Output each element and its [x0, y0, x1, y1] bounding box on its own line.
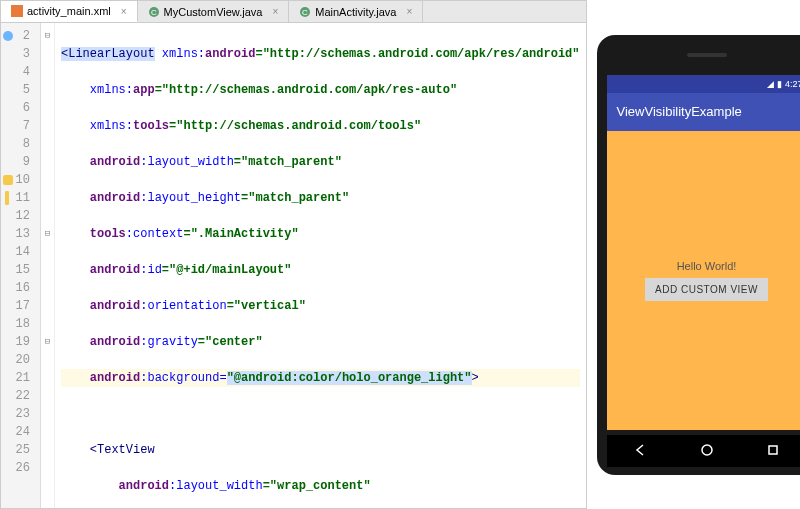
svg-text:C: C [151, 8, 157, 17]
warning-bar-icon [5, 191, 9, 205]
status-bar: ◢ ▮ 4:27 [607, 75, 800, 93]
app-content: Hello World! ADD CUSTOM VIEW [607, 131, 800, 430]
phone-screen[interactable]: ◢ ▮ 4:27 ViewVisibilityExample Hello Wor… [607, 75, 800, 430]
phone-speaker [687, 53, 727, 57]
tab-label: MyCustomView.java [164, 6, 263, 18]
fold-toggle-icon[interactable]: ⊟ [41, 333, 54, 351]
emulator-pane: ◢ ▮ 4:27 ViewVisibilityExample Hello Wor… [587, 0, 800, 509]
editor-tabs: activity_main.xml × C MyCustomView.java … [1, 1, 586, 23]
fold-toggle-icon[interactable]: ⊟ [41, 225, 54, 243]
fold-column: ⊟ ⊟ ⊟ [41, 23, 55, 508]
tab-activity-main[interactable]: activity_main.xml × [1, 1, 138, 22]
fold-toggle-icon[interactable]: ⊟ [41, 27, 54, 45]
app-title: ViewVisibilityExample [617, 104, 742, 119]
nav-bar [607, 435, 800, 467]
svg-rect-0 [11, 5, 23, 17]
hello-text: Hello World! [677, 260, 737, 272]
signal-icon: ◢ [767, 79, 774, 89]
app-bar: ViewVisibilityExample [607, 93, 800, 131]
tab-label: activity_main.xml [27, 5, 111, 17]
home-icon[interactable] [700, 443, 714, 459]
phone-frame: ◢ ▮ 4:27 ViewVisibilityExample Hello Wor… [597, 35, 800, 475]
tab-mycustomview[interactable]: C MyCustomView.java × [138, 1, 290, 22]
code-content[interactable]: <LinearLayout xmlns:android="http://sche… [55, 23, 586, 508]
close-icon[interactable]: × [121, 6, 127, 17]
xml-element-icon [3, 31, 13, 41]
status-time: 4:27 [785, 79, 800, 89]
back-icon[interactable] [633, 443, 647, 459]
battery-icon: ▮ [777, 79, 782, 89]
recents-icon[interactable] [766, 443, 780, 459]
tab-label: MainActivity.java [315, 6, 396, 18]
svg-rect-6 [769, 446, 777, 454]
xml-file-icon [11, 5, 23, 17]
tab-mainactivity[interactable]: C MainActivity.java × [289, 1, 423, 22]
svg-text:C: C [302, 8, 308, 17]
add-custom-view-button[interactable]: ADD CUSTOM VIEW [645, 278, 768, 301]
svg-point-5 [702, 445, 712, 455]
ide-editor-pane: activity_main.xml × C MyCustomView.java … [0, 0, 587, 509]
line-gutter: 2 3 4 5 6 7 8 9 10 11 12 13 14 15 16 17 … [1, 23, 41, 508]
close-icon[interactable]: × [272, 6, 278, 17]
code-editor[interactable]: 2 3 4 5 6 7 8 9 10 11 12 13 14 15 16 17 … [1, 23, 586, 508]
lightbulb-icon[interactable] [3, 175, 13, 185]
java-file-icon: C [148, 6, 160, 18]
close-icon[interactable]: × [406, 6, 412, 17]
java-file-icon: C [299, 6, 311, 18]
